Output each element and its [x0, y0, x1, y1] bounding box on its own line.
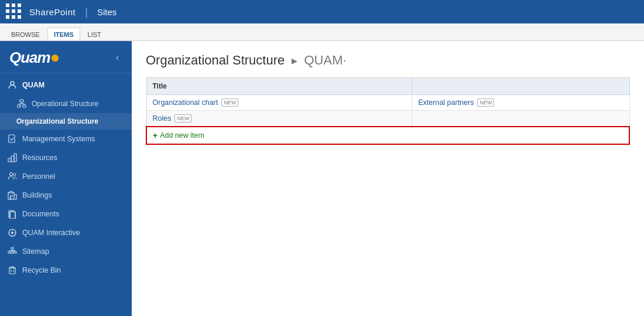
sidebar-item-management-label: Management Systems: [22, 135, 95, 143]
trash-icon: [7, 265, 18, 276]
resource-icon: [7, 152, 18, 163]
add-new-item-button[interactable]: + Add new item: [153, 131, 623, 140]
svg-rect-16: [12, 195, 13, 196]
svg-rect-37: [9, 268, 15, 274]
sidebar-logo: Quam● ‹: [0, 41, 132, 73]
svg-point-0: [11, 81, 14, 85]
tab-list[interactable]: LIST: [81, 28, 108, 40]
sidebar-item-quam-label: QUAM: [22, 81, 44, 89]
svg-point-12: [10, 173, 13, 176]
add-new-row: + Add new item: [146, 127, 629, 144]
sidebar-item-documents-label: Documents: [22, 210, 59, 218]
column-title: Title: [146, 78, 412, 95]
sidebar-item-personnel-label: Personnel: [22, 172, 55, 181]
sidebar-item-recycle-bin[interactable]: Recycle Bin: [0, 261, 132, 280]
svg-rect-10: [11, 156, 14, 162]
svg-rect-30: [8, 252, 11, 253]
sidebar-item-organizational-label: Organizational Structure: [16, 117, 98, 125]
sidebar-item-management[interactable]: Management Systems: [0, 130, 132, 148]
add-new-cell: + Add new item: [146, 127, 629, 144]
person-group-icon: [7, 171, 18, 182]
documents-icon: [7, 209, 18, 219]
svg-point-13: [13, 174, 16, 176]
sidebar-item-quam-interactive[interactable]: QUAM Interactive: [0, 223, 132, 242]
sites-label[interactable]: Sites: [97, 7, 117, 17]
svg-rect-32: [14, 252, 16, 253]
row2-title-cell: Roles NEW: [146, 111, 412, 127]
table-row: Organizational chart NEW External partne…: [146, 95, 629, 111]
sidebar-item-buildings-label: Buildings: [22, 191, 52, 199]
svg-rect-8: [9, 135, 15, 142]
sidebar-collapse-button[interactable]: ‹: [112, 51, 122, 64]
roles-new-badge: NEW: [174, 114, 191, 123]
interactive-icon: [7, 227, 18, 238]
app-name: SharePoint: [29, 7, 76, 17]
breadcrumb-part2: QUAM·: [304, 53, 346, 67]
plus-icon: +: [153, 131, 157, 140]
svg-rect-15: [10, 195, 11, 196]
sidebar-item-personnel[interactable]: Personnel: [0, 167, 132, 186]
svg-rect-3: [23, 105, 26, 107]
row1-title-cell: Organizational chart NEW: [146, 95, 412, 111]
content-area: Organizational Structure ▸ QUAM· Title O…: [132, 41, 644, 316]
logo-text: Quam●: [9, 48, 60, 67]
sidebar-item-organizational[interactable]: Organizational Structure: [0, 113, 132, 130]
top-bar-divider: |: [85, 6, 88, 18]
roles-link[interactable]: Roles NEW: [153, 114, 406, 123]
row2-second-cell: [412, 111, 629, 127]
nav-items: QUAM Operational Structure Organizationa…: [0, 73, 132, 316]
breadcrumb-part1: Organizational Structure: [146, 53, 285, 67]
svg-rect-31: [11, 252, 13, 253]
hierarchy-icon: [16, 98, 27, 109]
svg-rect-29: [11, 247, 13, 249]
sidebar-item-resources-label: Resources: [22, 154, 57, 162]
sidebar-item-quam[interactable]: QUAM: [0, 76, 132, 94]
breadcrumb-separator: ▸: [292, 54, 297, 67]
sidebar-item-operational[interactable]: Operational Structure: [0, 94, 132, 113]
tab-items[interactable]: ITEMS: [47, 28, 80, 40]
ext-partners-label: External partners: [418, 98, 474, 107]
logo-dot: ●: [50, 48, 60, 66]
svg-rect-9: [8, 158, 11, 162]
sidebar: Quam● ‹ QUAM Operational Structure O: [0, 41, 132, 316]
top-bar: SharePoint | Sites: [0, 0, 644, 23]
logo-quam: Quam●: [9, 49, 60, 66]
user-circle-icon: [7, 80, 18, 90]
svg-rect-1: [20, 100, 23, 102]
sidebar-item-documents[interactable]: Documents: [0, 205, 132, 223]
sitemap-icon: [7, 246, 18, 257]
ribbon-bar: BROWSE ITEMS LIST: [0, 23, 644, 41]
table-row: Roles NEW: [146, 111, 629, 127]
sidebar-item-quam-interactive-label: QUAM Interactive: [22, 229, 80, 237]
sidebar-item-buildings[interactable]: Buildings: [0, 186, 132, 205]
svg-rect-2: [18, 105, 20, 107]
add-new-label: Add new item: [160, 131, 204, 140]
org-chart-label: Organizational chart: [153, 98, 218, 107]
svg-rect-21: [10, 212, 15, 219]
main-layout: Quam● ‹ QUAM Operational Structure O: [0, 41, 644, 316]
row1-second-cell: External partners NEW: [412, 95, 629, 111]
svg-point-24: [11, 232, 13, 234]
tab-browse[interactable]: BROWSE: [5, 28, 46, 40]
list-table: Title Organizational chart NEW Ext: [146, 77, 630, 145]
column-empty: [412, 78, 629, 95]
sidebar-item-sitemap-label: Sitemap: [22, 247, 49, 256]
ext-partners-link[interactable]: External partners NEW: [418, 98, 623, 107]
ext-partners-new-badge: NEW: [477, 98, 494, 107]
svg-rect-17: [10, 197, 11, 199]
sidebar-item-operational-label: Operational Structure: [32, 100, 98, 108]
sidebar-item-resources[interactable]: Resources: [0, 148, 132, 167]
document-check-icon: [7, 134, 18, 144]
roles-label: Roles: [153, 114, 172, 123]
app-grid-icon[interactable]: [6, 4, 22, 20]
sidebar-item-recycle-bin-label: Recycle Bin: [22, 266, 61, 274]
page-breadcrumb: Organizational Structure ▸ QUAM·: [146, 53, 630, 68]
sidebar-item-sitemap[interactable]: Sitemap: [0, 242, 132, 261]
building-icon: [7, 190, 18, 201]
svg-rect-11: [14, 154, 16, 162]
org-chart-link[interactable]: Organizational chart NEW: [153, 98, 406, 107]
org-chart-new-badge: NEW: [221, 98, 238, 107]
